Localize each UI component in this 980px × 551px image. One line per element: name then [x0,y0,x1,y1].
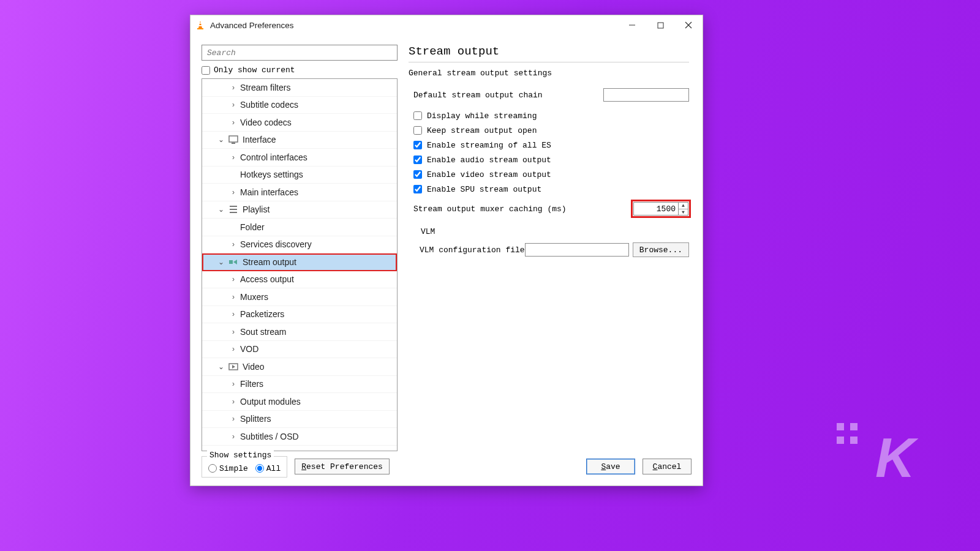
tree-item-main-interfaces[interactable]: ›Main interfaces [202,184,397,201]
tree-item-packetizers[interactable]: ›Packetizers [202,306,397,324]
checkbox[interactable] [413,141,422,149]
checkbox-row-enable-video-stream-output[interactable]: Enable video stream output [413,167,689,182]
checkbox-label: Keep stream output open [427,126,537,135]
chevron-right-icon[interactable]: › [229,414,238,423]
chevron-right-icon[interactable]: › [229,188,238,197]
browse-button[interactable]: Browse... [633,242,689,257]
minimize-button[interactable] [618,15,646,35]
spinner-down-icon[interactable]: ▼ [679,209,688,216]
checkbox-row-display-while-streaming[interactable]: Display while streaming [413,108,689,123]
checkbox-row-keep-stream-output-open[interactable]: Keep stream output open [413,123,689,138]
cancel-button[interactable]: Cancel [643,459,692,474]
chevron-right-icon[interactable]: › [229,118,238,127]
svg-rect-1 [197,28,203,29]
vlc-cone-icon [195,20,205,30]
tree-item-label: Stream output [243,257,296,267]
muxer-caching-input[interactable] [633,202,679,216]
tree-item-playlist[interactable]: ⌄Playlist [202,201,397,219]
svg-rect-13 [229,260,233,264]
tree-item-subtitle-codecs[interactable]: ›Subtitle codecs [202,97,397,114]
tree-item-filters[interactable]: ›Filters [202,376,397,394]
spinner-up-icon[interactable]: ▲ [679,203,688,209]
tree-item-video[interactable]: ⌄Video [202,358,397,376]
tree-item-folder[interactable]: Folder [202,219,397,236]
tree-item-hotkeys-settings[interactable]: Hotkeys settings [202,167,397,184]
chevron-right-icon[interactable]: › [229,397,238,406]
tree-item-label: Video codecs [240,118,292,127]
checkbox-row-enable-spu-stream-output[interactable]: Enable SPU stream output [413,182,689,197]
only-show-current-row[interactable]: Only show current [202,66,398,75]
interface-icon [228,134,239,145]
checkbox-row-enable-streaming-of-all-es[interactable]: Enable streaming of all ES [413,138,689,152]
tree-item-muxers[interactable]: ›Muxers [202,288,397,306]
chevron-right-icon[interactable]: › [229,240,238,249]
radio-simple[interactable]: Simple [208,464,248,473]
checkbox-label: Enable streaming of all ES [427,141,551,150]
checkbox[interactable] [413,111,422,120]
checkbox-row-enable-audio-stream-output[interactable]: Enable audio stream output [413,152,689,167]
chevron-right-icon[interactable]: › [229,83,238,92]
dialog-footer: Show settings Simple All Reset Preferenc… [190,451,703,485]
tree-item-label: Main interfaces [240,187,298,197]
checkbox[interactable] [413,185,422,193]
close-button[interactable] [674,15,703,35]
only-show-current-label: Only show current [214,66,295,75]
tree-item-services-discovery[interactable]: ›Services discovery [202,236,397,254]
category-tree-scroll[interactable]: ›Stream filters›Subtitle codecs›Video co… [202,79,397,451]
tree-item-interface[interactable]: ⌄Interface [202,132,397,149]
muxer-caching-spinner[interactable]: ▲▼ [679,202,688,216]
chevron-right-icon[interactable]: › [229,345,238,353]
chevron-right-icon[interactable]: › [229,153,238,162]
default-chain-label: Default stream output chain [413,91,603,100]
checkbox[interactable] [413,126,422,135]
chevron-right-icon[interactable]: › [229,275,238,283]
chevron-right-icon[interactable]: › [229,432,238,441]
chevron-down-icon[interactable]: ⌄ [217,135,225,144]
vlm-file-input[interactable] [525,243,629,257]
checkbox[interactable] [413,170,422,179]
chevron-down-icon[interactable]: ⌄ [217,362,225,371]
tree-item-stream-output[interactable]: ⌄Stream output [202,253,397,271]
chevron-right-icon[interactable]: › [229,293,238,301]
svg-marker-0 [198,21,202,28]
tree-item-label: Interface [243,135,276,144]
tree-item-splitters[interactable]: ›Splitters [202,411,397,429]
tree-item-sout-stream[interactable]: ›Sout stream [202,323,397,341]
stream-icon [228,257,239,268]
chevron-down-icon[interactable]: ⌄ [217,205,225,214]
tree-item-label: Services discovery [240,239,312,249]
tree-item-label: Control interfaces [240,152,307,162]
preferences-dialog: Advanced Preferences Only show current ›… [190,15,703,486]
reset-preferences-button[interactable]: Reset Preferences [295,459,390,474]
panel-subtitle: General stream output settings [409,69,689,78]
maximize-button[interactable] [646,15,674,35]
muxer-caching-label: Stream output muxer caching (ms) [413,204,633,214]
tree-item-label: VOD [240,344,258,354]
chevron-right-icon[interactable]: › [229,380,238,388]
only-show-current-checkbox[interactable] [202,66,210,75]
category-tree: ›Stream filters›Subtitle codecs›Video co… [202,78,398,451]
chevron-down-icon[interactable]: ⌄ [217,258,225,266]
tree-item-subtitles-osd[interactable]: ›Subtitles / OSD [202,428,397,446]
chevron-right-icon[interactable]: › [229,328,238,336]
muxer-caching-highlight: ▲▼ [633,201,689,216]
checkbox-label: Enable video stream output [427,170,551,179]
show-settings-group: Show settings Simple All [202,456,287,478]
tree-item-access-output[interactable]: ›Access output [202,271,397,289]
tree-item-control-interfaces[interactable]: ›Control interfaces [202,149,397,167]
svg-rect-3 [199,25,202,26]
save-button[interactable]: Save [586,459,635,474]
vlm-file-label: VLM configuration file [420,246,525,255]
tree-item-stream-filters[interactable]: ›Stream filters [202,79,397,97]
tree-item-video-codecs[interactable]: ›Video codecs [202,114,397,132]
default-chain-input[interactable] [603,88,689,102]
search-input[interactable] [202,45,398,61]
tree-item-label: Splitters [240,414,271,424]
chevron-right-icon[interactable]: › [229,100,238,109]
radio-all[interactable]: All [255,464,281,473]
vlm-heading: VLM [421,227,689,236]
tree-item-output-modules[interactable]: ›Output modules [202,393,397,411]
checkbox[interactable] [413,156,422,164]
chevron-right-icon[interactable]: › [229,310,238,318]
tree-item-vod[interactable]: ›VOD [202,341,397,359]
